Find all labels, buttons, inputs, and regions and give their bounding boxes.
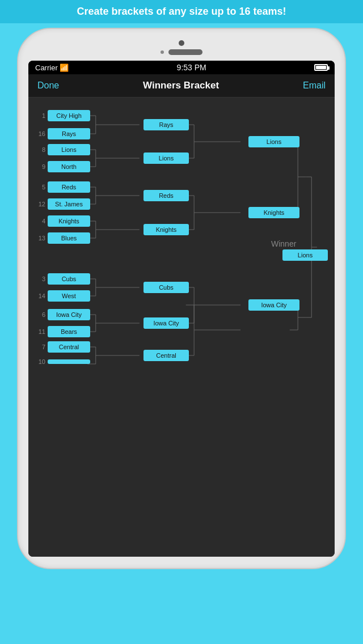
- nav-bar: Done Winners Bracket Email: [28, 74, 335, 98]
- team-bears-r1[interactable]: Bears: [48, 326, 90, 337]
- seed-3: 3 Cubs: [33, 273, 90, 285]
- team-reds-r2: Reds: [143, 190, 189, 201]
- seed-13: 13 Blues: [33, 232, 90, 244]
- done-button[interactable]: Done: [37, 80, 59, 91]
- promo-banner: Create brackets of any size up to 16 tea…: [0, 0, 363, 23]
- team-stjames-r1[interactable]: St. James: [48, 198, 90, 210]
- team-lions-r2: Lions: [143, 152, 189, 164]
- team-blank-r1[interactable]: [48, 359, 90, 364]
- team-reds-r1[interactable]: Reds: [48, 181, 90, 193]
- team-lions-r1[interactable]: Lions: [48, 144, 90, 155]
- team-blues-r1[interactable]: Blues: [48, 232, 90, 244]
- seed-16: 16 Rays: [33, 128, 90, 139]
- bracket-container: 1 City High 16 Rays 8 Lions 9 North: [33, 103, 330, 551]
- team-iowacity-r1[interactable]: Iowa City: [48, 309, 90, 320]
- status-bar: Carrier 📶 9:53 PM: [28, 61, 335, 74]
- team-knights-r2: Knights: [143, 224, 189, 235]
- team-cubs-r2: Cubs: [143, 282, 189, 293]
- team-north-r1[interactable]: North: [48, 161, 90, 172]
- nav-title: Winners Bracket: [143, 80, 219, 91]
- winner-box: Lions: [282, 249, 328, 261]
- bracket-area: 1 City High 16 Rays 8 Lions 9 North: [28, 98, 335, 557]
- team-central-r2: Central: [143, 350, 189, 361]
- seed-1: 1 City High: [33, 110, 90, 121]
- phone-top: [28, 40, 335, 61]
- seed-14: 14 West: [33, 290, 90, 302]
- team-west-r1[interactable]: West: [48, 290, 90, 302]
- team-iowacity-r2: Iowa City: [143, 317, 189, 329]
- team-iowacity-r3: Iowa City: [248, 299, 299, 311]
- seed-11: 11 Bears: [33, 326, 90, 337]
- time-text: 9:53 PM: [177, 63, 206, 72]
- screen: Carrier 📶 9:53 PM Done Winners Bracket E…: [28, 61, 335, 557]
- seed-10: 10: [33, 358, 90, 365]
- team-rays-r2: Rays: [143, 119, 189, 130]
- seed-7: 7 Central: [33, 341, 90, 353]
- team-rays-r1[interactable]: Rays: [48, 128, 90, 139]
- team-central-r1[interactable]: Central: [48, 341, 90, 353]
- carrier-text: Carrier 📶: [35, 63, 69, 72]
- seed-6: 6 Iowa City: [33, 309, 90, 320]
- seed-4: 4 Knights: [33, 215, 90, 227]
- team-knights-r1[interactable]: Knights: [48, 215, 90, 227]
- phone-outer: Carrier 📶 9:53 PM Done Winners Bracket E…: [17, 28, 346, 569]
- team-knights-r3: Knights: [248, 207, 299, 218]
- speaker-icon: [168, 49, 202, 55]
- seed-12: 12 St. James: [33, 198, 90, 210]
- dot-icon: [161, 50, 164, 54]
- seed-8: 8 Lions: [33, 144, 90, 155]
- camera-icon: [179, 40, 184, 46]
- team-cubs-r1[interactable]: Cubs: [48, 273, 90, 285]
- team-lions-r3: Lions: [248, 136, 299, 147]
- seed-5: 5 Reds: [33, 181, 90, 193]
- team-city-high[interactable]: City High: [48, 110, 90, 121]
- email-button[interactable]: Email: [303, 80, 326, 91]
- battery-icon: [314, 64, 328, 71]
- seed-9: 9 North: [33, 161, 90, 172]
- winner-label-area: Winner: [271, 239, 301, 248]
